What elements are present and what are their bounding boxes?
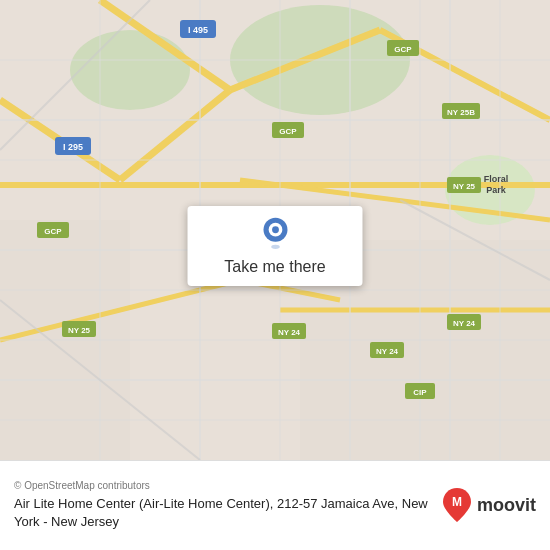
svg-text:NY 24: NY 24 — [453, 319, 476, 328]
svg-point-63 — [271, 245, 280, 249]
moovit-logo: M moovit — [441, 488, 536, 524]
svg-text:Park: Park — [486, 185, 507, 195]
svg-text:GCP: GCP — [394, 45, 412, 54]
svg-text:NY 25: NY 25 — [453, 182, 476, 191]
svg-text:NY 25: NY 25 — [68, 326, 91, 335]
svg-text:NY 24: NY 24 — [278, 328, 301, 337]
take-me-there-button[interactable]: Take me there — [188, 206, 363, 286]
moovit-label: moovit — [477, 495, 536, 516]
svg-text:CIP: CIP — [413, 388, 427, 397]
info-bar: © OpenStreetMap contributors Air Lite Ho… — [0, 460, 550, 550]
svg-text:Floral: Floral — [484, 174, 509, 184]
copyright-text: © OpenStreetMap contributors — [14, 480, 431, 491]
location-pin-icon — [257, 216, 293, 252]
svg-point-2 — [70, 30, 190, 110]
address-text: Air Lite Home Center (Air-Lite Home Cent… — [14, 495, 431, 531]
moovit-icon: M — [441, 488, 473, 524]
svg-text:M: M — [452, 495, 462, 509]
svg-text:GCP: GCP — [44, 227, 62, 236]
take-me-there-label: Take me there — [224, 258, 325, 276]
map-container: I 495 I 295 GCP GCP GCP NY 25B NY 25 NY … — [0, 0, 550, 460]
svg-text:GCP: GCP — [279, 127, 297, 136]
svg-text:NY 25B: NY 25B — [447, 108, 475, 117]
svg-text:I 495: I 495 — [188, 25, 208, 35]
info-text: © OpenStreetMap contributors Air Lite Ho… — [14, 480, 431, 531]
svg-text:I 295: I 295 — [63, 142, 83, 152]
svg-text:NY 24: NY 24 — [376, 347, 399, 356]
